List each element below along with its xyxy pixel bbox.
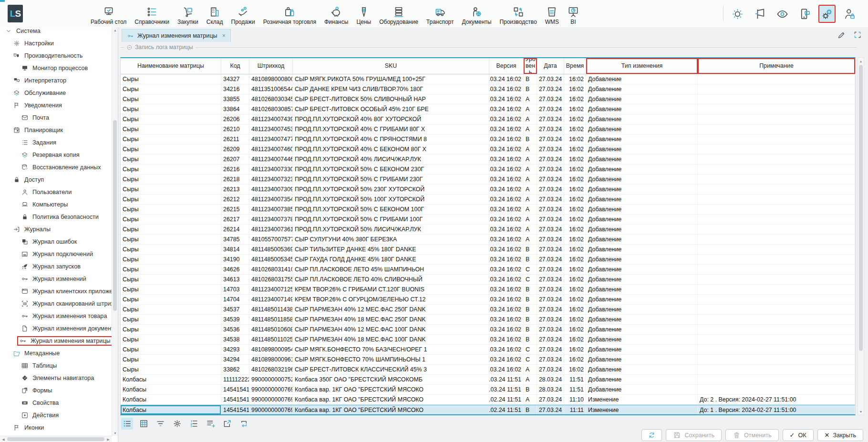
cell[interactable]: 27.03.24 16:02 [489,265,524,274]
sidebar-item[interactable]: Журнал сканирований штрих-кодов [0,298,112,310]
ok-button[interactable]: ✓ОК [783,429,814,441]
cell[interactable]: 33864 [221,104,249,114]
cell[interactable] [698,235,855,244]
cell[interactable]: 16:02 [564,195,586,204]
cell[interactable]: 16:02 [564,245,586,254]
cell[interactable]: 26216 [221,164,249,174]
cell[interactable]: Сыры [121,305,221,314]
cell[interactable]: Добавление [586,385,698,394]
cell[interactable] [698,345,855,354]
cell[interactable]: Колбаса вар. 1КГ ОАО "БРЕСТСКИЙ МЯСОКО [293,405,489,414]
cell[interactable]: 27.03.24 16:02 [489,325,524,334]
cell[interactable]: 27.03.24 16:02 [489,355,524,364]
cell[interactable]: Добавление [586,365,698,374]
cell[interactable] [698,375,855,384]
cell[interactable]: 16:02 [564,144,586,154]
module-production-button[interactable]: Производство [499,6,537,26]
cell[interactable]: 27.03.24 16:02 [489,195,524,204]
table-row[interactable]: Сыры262134811234007309ПРОД.ПЛ.ХУТОРСКОЙ … [121,185,855,195]
cell[interactable]: C [524,355,537,364]
cell[interactable]: 27.03.24 16:02 [489,175,524,184]
cell[interactable]: 27.03.24 [537,134,564,144]
cell[interactable]: 16:02 [564,154,586,164]
cell[interactable]: 34785 [221,235,249,244]
cell[interactable]: 34216 [221,84,249,94]
cell[interactable]: 16:02 [564,355,586,364]
brightness-button[interactable] [729,5,746,23]
tab-journal-matrix[interactable]: Журнал изменения матрицы × [122,29,231,42]
cell[interactable]: 16:02 [564,335,586,344]
cell[interactable]: Колбасы [121,405,221,414]
cell[interactable]: 16:02 [564,104,586,114]
cell[interactable]: Добавление [586,255,698,264]
cell[interactable]: Добавление [586,325,698,334]
cell[interactable]: 34327 [221,74,249,84]
cell[interactable]: 26215 [221,205,249,214]
sidebar-item[interactable]: Журнал изменения документов [0,322,112,335]
cell[interactable]: 27.03.24 [537,345,564,354]
cell[interactable]: СЫР ПЛ.ЛАСКОВОЕ ЛЕТО 45% ШАМПИНЬОН [293,265,489,274]
table-row[interactable]: Сыры262154811234007385ПРОД.ПЛ.ХУТОРСКОЙ … [121,205,855,215]
table-row[interactable]: Сыры347854810557007577СЫР СУЛУГУНИ 40% 3… [121,235,855,245]
cell[interactable]: 27.03.24 16:02 [489,245,524,254]
cell[interactable]: СЫР БРЕСТ-ЛИТОВСК ОСОБЫЙ 45% 210Г БРЕ [293,104,489,114]
cell[interactable]: 16:02 [564,124,586,134]
module-desktop-button[interactable]: Рабочий стол [91,6,126,26]
sidebar-item[interactable]: Резервная копия [0,149,112,161]
table-row[interactable]: Сыры346134810268031755СЫР ПЛ.ЛАСКОВОЕ ЛЕ… [121,275,855,285]
cell[interactable]: Добавление [586,114,698,124]
cell[interactable] [698,225,855,234]
table-row[interactable]: Сыры147044811234007149КРЕМ ТВОР.26% С ОГ… [121,295,855,305]
cell[interactable]: Добавление [586,94,698,104]
cell[interactable]: 16:02 [564,285,586,294]
cell[interactable]: СЫР ТИЛЬЗИТЕР ДАНКЕ 45% 180Г DANKE [293,245,489,254]
sidebar-item[interactable]: Обслуживание [0,87,112,99]
mobile-messages-button[interactable] [796,5,813,23]
cell[interactable]: 27.02.24 11:51 [489,395,524,404]
cell[interactable]: Сыры [121,335,221,344]
sidebar-item[interactable]: Действия [0,409,112,421]
cell[interactable]: Сыры [121,74,221,84]
cell[interactable]: СЫР ГАУДА ГОЛД ДАНКЕ 45% 180Г DANKE [293,255,489,264]
cell[interactable]: 27.03.24 [537,245,564,254]
column-header[interactable]: Наименование матрицы [121,58,221,74]
table-row[interactable]: Сыры262074811234007446ПРОД.ПЛ.ХУТОРСКОЙ … [121,154,855,164]
cell[interactable]: 16:02 [564,345,586,354]
scroll-right-icon[interactable]: ▶ [105,436,112,442]
cell[interactable]: B [524,305,537,314]
cell[interactable]: 27.03.24 [537,235,564,244]
cell[interactable]: 4810268031410 [249,265,293,274]
cell[interactable]: 27.03.24 [537,195,564,204]
cell[interactable]: Добавление [586,175,698,184]
sidebar-item[interactable]: Почта [0,112,112,124]
table-row[interactable]: Сыры262064811234007439ПРОД.ПЛ.ХУТОРСКОЙ … [121,114,855,124]
cell[interactable]: 4811351006544 [249,84,293,94]
cell[interactable]: 4811234007149 [249,295,293,304]
cell[interactable]: 27.03.24 16:02 [489,215,524,224]
sidebar-item[interactable]: Система [0,25,112,37]
table-row[interactable]: Сыры345394811485011858СЫР ПАРМЕЗАН 40% 1… [121,315,855,325]
cell[interactable]: 4811234007460 [249,144,293,154]
cell[interactable]: A [524,94,537,104]
refresh-button[interactable] [641,429,662,441]
cell[interactable]: ПРОД.ПЛ.ХУТОРСКОЙ 40% С БЕКОНОМ 80Г Х [293,144,489,154]
cell[interactable]: Колбаса 350Г ОАО "БРЕСТСКИЙ МЯСОКОМБ [293,375,489,384]
cell[interactable]: Добавление [586,285,698,294]
cell[interactable]: СЫР ПАРМЕЗАН 40% 18 МЕС.ФАС 250Г DANK [293,315,489,324]
sidebar-item[interactable]: Журнал клиентских приложений [0,285,112,298]
cell[interactable]: 27.03.24 [537,355,564,364]
cell[interactable]: 28.03.24 11:51 [489,385,524,394]
cell[interactable]: 27.02.24 11:51 [489,405,524,414]
filter-button[interactable] [155,418,166,430]
cell[interactable]: Добавление [586,315,698,324]
cell[interactable]: 27.03.24 [537,365,564,374]
cell[interactable]: Добавление [586,185,698,194]
cell[interactable]: Добавление [586,295,698,304]
grid-view-button[interactable] [138,418,150,430]
cell[interactable]: 9900000000769 [249,405,293,414]
cell[interactable]: Сыры [121,265,221,274]
cell[interactable]: 4811234007125 [249,285,293,294]
cell[interactable]: A [524,195,537,204]
cell[interactable]: A [524,154,537,164]
cell[interactable]: A [524,215,537,224]
